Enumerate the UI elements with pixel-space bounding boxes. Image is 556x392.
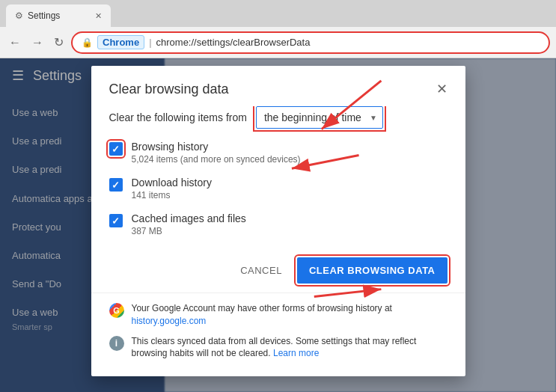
learn-more-link[interactable]: Learn more xyxy=(273,348,319,358)
tab-close-button[interactable]: ✕ xyxy=(95,11,102,21)
dialog-close-button[interactable]: ✕ xyxy=(436,81,447,97)
forward-button[interactable]: → xyxy=(28,33,46,52)
chrome-badge: Chrome xyxy=(97,35,144,49)
cached-images-label: Cached images and files xyxy=(132,212,246,224)
download-history-sub: 141 items xyxy=(132,190,212,200)
history-google-link[interactable]: history.google.com xyxy=(132,316,207,326)
cached-images-checkbox[interactable]: ✓ xyxy=(109,214,123,227)
refresh-button[interactable]: ↻ xyxy=(51,32,67,52)
clear-browsing-data-dialog: Clear browsing data ✕ Clear the followin… xyxy=(91,66,465,376)
download-history-item: ✓ Download history 141 items xyxy=(109,177,447,200)
settings-tab-icon: ⚙ xyxy=(15,10,23,21)
dialog-info: G Your Google Account may have other for… xyxy=(91,293,465,376)
google-info-text: Your Google Account may have other forms… xyxy=(132,302,392,328)
address-bar[interactable]: 🔒 Chrome | chrome://settings/clearBrowse… xyxy=(71,31,550,54)
dialog-footer: CANCEL CLEAR BROWSING DATA xyxy=(91,248,465,293)
address-url: chrome://settings/clearBrowserData xyxy=(156,37,540,48)
download-history-label: Download history xyxy=(132,177,212,189)
browsing-history-item: ✓ Browsing history 5,024 items (and more… xyxy=(109,141,447,165)
modal-overlay: Clear browsing data ✕ Clear the followin… xyxy=(0,58,556,392)
google-info-main: Your Google Account may have other forms… xyxy=(132,303,392,313)
dialog-body: Clear the following items from the past … xyxy=(91,106,465,248)
dialog-header: Clear browsing data ✕ xyxy=(91,66,465,106)
time-range-label: Clear the following items from xyxy=(109,111,247,123)
settings-tab[interactable]: ⚙ Settings ✕ xyxy=(6,4,111,27)
download-history-checkbox[interactable]: ✓ xyxy=(109,178,123,192)
dialog-title: Clear browsing data xyxy=(109,82,229,97)
tab-bar: ⚙ Settings ✕ xyxy=(0,0,556,27)
browsing-history-label: Browsing history xyxy=(132,141,301,153)
time-range-select[interactable]: the past hour the past day the past week… xyxy=(256,106,383,129)
note-info-text: This clears synced data from all devices… xyxy=(132,335,447,361)
info-icon: i xyxy=(109,336,124,351)
browsing-history-sub: 5,024 items (and more on synced devices) xyxy=(132,154,301,165)
cached-images-item: ✓ Cached images and files 387 MB xyxy=(109,212,447,236)
browsing-history-checkbox[interactable]: ✓ xyxy=(109,142,123,156)
settings-tab-label: Settings xyxy=(28,10,60,21)
time-range-row: Clear the following items from the past … xyxy=(109,106,447,129)
checkmark-icon: ✓ xyxy=(111,215,120,227)
lock-icon: 🔒 xyxy=(82,37,93,48)
checkmark-icon: ✓ xyxy=(111,144,120,155)
browsing-history-checkbox-wrapper: ✓ xyxy=(109,142,123,156)
nav-bar: ← → ↻ 🔒 Chrome | chrome://settings/clear… xyxy=(0,27,556,58)
browser-content: ☰ Settings 🔍 Use a web Use a predi Use a… xyxy=(0,58,556,392)
google-icon: G xyxy=(109,303,124,318)
back-button[interactable]: ← xyxy=(6,33,24,52)
clear-browsing-data-button[interactable]: CLEAR BROWSING DATA xyxy=(297,257,447,284)
google-info-row: G Your Google Account may have other for… xyxy=(109,302,447,328)
cancel-button[interactable]: CANCEL xyxy=(231,259,291,282)
address-separator: | xyxy=(149,37,151,48)
time-range-select-wrapper: the past hour the past day the past week… xyxy=(256,106,383,129)
note-info-row: i This clears synced data from all devic… xyxy=(109,335,447,361)
cached-images-sub: 387 MB xyxy=(132,226,246,236)
browser-window: ⚙ Settings ✕ ← → ↻ 🔒 Chrome | chrome://s… xyxy=(0,0,556,392)
checkmark-icon: ✓ xyxy=(111,180,120,191)
